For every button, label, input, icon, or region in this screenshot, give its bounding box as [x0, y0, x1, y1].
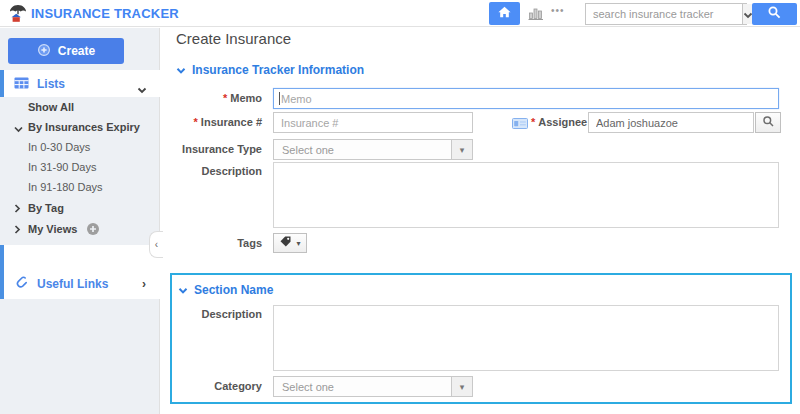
search-input[interactable]: [586, 4, 742, 24]
sidebar-group-by-insurances-expiry[interactable]: By Insurances Expiry: [28, 121, 140, 133]
insurance-number-input[interactable]: [273, 112, 473, 133]
search-button[interactable]: [752, 3, 797, 25]
create-button-label: Create: [58, 44, 95, 58]
section-description-textarea[interactable]: [273, 305, 779, 371]
app-header: INSURANCE TRACKER •••: [0, 0, 800, 27]
search-bar: [585, 3, 747, 25]
sidebar-lists-label: Lists: [37, 77, 65, 91]
app-window: INSURANCE TRACKER •••: [0, 0, 800, 414]
sidebar-group-label: My Views: [28, 223, 77, 235]
text-cursor: [279, 92, 280, 105]
required-marker: *: [223, 92, 227, 104]
create-button[interactable]: Create: [8, 38, 124, 64]
category-select[interactable]: Select one ▾: [273, 376, 473, 397]
sidebar-group-label: By Insurances Expiry: [28, 121, 140, 133]
select-caret-icon: ▾: [296, 239, 300, 248]
description-label: Description: [150, 165, 262, 177]
section-heading: Insurance Tracker Information: [192, 63, 364, 77]
sidebar-item-expiry-range[interactable]: In 91-180 Days: [28, 181, 103, 193]
home-button[interactable]: [489, 2, 520, 25]
assignee-search-button[interactable]: [755, 112, 781, 133]
sidebar-item-expiry-range[interactable]: In 31-90 Days: [28, 161, 96, 173]
sidebar-item-lists[interactable]: Lists: [0, 70, 160, 97]
description-textarea[interactable]: [273, 162, 779, 228]
required-marker: *: [531, 116, 535, 128]
add-view-icon[interactable]: [86, 222, 100, 238]
plus-circle-icon: [37, 43, 51, 60]
page-title: Create Insurance: [176, 30, 291, 47]
sidebar-useful-links-label: Useful Links: [37, 277, 108, 291]
insurance-type-value: Select one: [274, 144, 451, 156]
section-header-section-name[interactable]: Section Name: [178, 281, 273, 299]
memo-label-text: Memo: [230, 92, 262, 104]
section-description-label: Description: [150, 308, 262, 320]
sidebar: Create Lists Show All By Insurances Expi…: [0, 28, 160, 414]
assignee-label-text: Assignee: [538, 116, 587, 128]
section-heading: Section Name: [194, 283, 273, 297]
sidebar-item-useful-links[interactable]: Useful Links ›: [0, 268, 160, 299]
search-icon: [762, 114, 775, 132]
chevron-down-icon: [137, 80, 147, 98]
chevron-right-icon: [14, 224, 21, 236]
search-icon: [767, 5, 782, 24]
bar-chart-icon[interactable]: [528, 6, 544, 25]
category-label: Category: [150, 380, 262, 392]
sidebar-group-my-views[interactable]: My Views: [28, 223, 77, 235]
assignee-input[interactable]: [588, 112, 754, 133]
table-icon: [14, 75, 29, 93]
memo-input[interactable]: [273, 88, 779, 109]
insurance-number-label: *Insurance #: [150, 116, 262, 128]
chevron-down-icon: [178, 281, 188, 299]
sidebar-group-label: By Tag: [28, 202, 64, 214]
tag-icon: [279, 234, 292, 252]
tags-button[interactable]: ▾: [273, 233, 307, 253]
app-title: INSURANCE TRACKER: [31, 6, 179, 21]
sidebar-item-show-all[interactable]: Show All: [28, 101, 74, 113]
link-icon: [14, 275, 29, 293]
chevron-right-icon: ›: [142, 277, 146, 291]
more-options-icon[interactable]: •••: [551, 5, 565, 16]
section-header-insurance-info[interactable]: Insurance Tracker Information: [176, 61, 364, 79]
chevron-right-icon: [14, 203, 21, 215]
select-caret-icon: ▾: [451, 377, 472, 396]
sidebar-item-expiry-range[interactable]: In 0-30 Days: [28, 141, 90, 153]
category-value: Select one: [274, 381, 451, 393]
required-marker: *: [194, 116, 198, 128]
chevron-down-icon: [176, 61, 186, 79]
memo-label: *Memo: [150, 92, 262, 104]
insurance-type-select[interactable]: Select one ▾: [273, 139, 473, 160]
chevron-down-icon: [14, 123, 23, 135]
app-logo-icon: [8, 4, 28, 27]
insurance-number-label-text: Insurance #: [201, 116, 262, 128]
select-caret-icon: ▾: [451, 140, 472, 159]
home-icon: [497, 5, 512, 23]
tags-label: Tags: [150, 237, 262, 249]
assignee-label: *Assignee: [531, 116, 587, 128]
sidebar-group-by-tag[interactable]: By Tag: [28, 202, 64, 214]
assignee-card-icon: [512, 115, 528, 133]
insurance-type-label: Insurance Type: [150, 143, 262, 155]
